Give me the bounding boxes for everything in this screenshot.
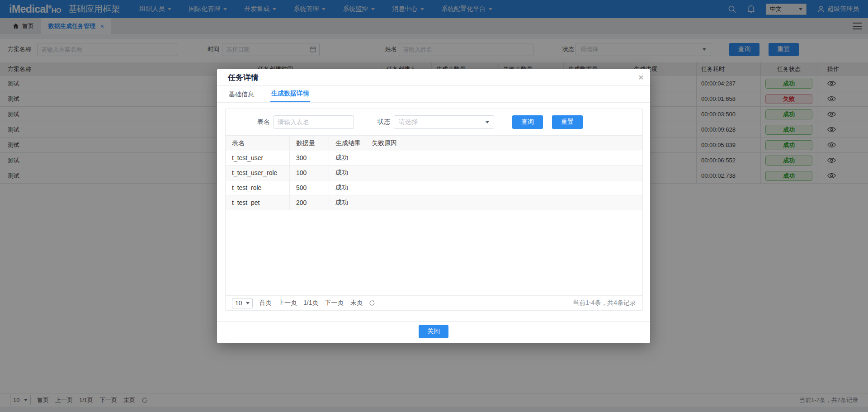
table-name-input[interactable] (274, 115, 354, 129)
table-row[interactable]: t_test_role 500 成功 (226, 180, 642, 195)
modal-filter-bar: 表名 状态 请选择 查询 重置 (226, 109, 642, 136)
next-page-link[interactable]: 下一页 (325, 299, 344, 307)
modal-search-button[interactable]: 查询 (512, 115, 543, 129)
generated-data-table: 表名 数据量 生成结果 失败原因 t_test_user 300 成功 t_te… (226, 136, 642, 210)
modal-status-select[interactable]: 请选择 (394, 115, 494, 129)
current-page: 1/1页 (303, 299, 318, 307)
modal-pagination: 10 首页 上一页 1/1页 下一页 末页 当前1-4条，共4条记录 (226, 295, 642, 310)
status-label: 状态 (377, 118, 390, 126)
modal-reset-button[interactable]: 重置 (552, 115, 583, 129)
modal-tabs: 基础信息 生成数据详情 (217, 86, 650, 103)
tab-basic-info[interactable]: 基础信息 (228, 87, 255, 102)
table-row[interactable]: t_test_user 300 成功 (226, 151, 642, 166)
page-size-select[interactable]: 10 (232, 298, 253, 308)
chevron-down-icon (486, 121, 489, 123)
modal-content-box: 表名 状态 请选择 查询 重置 表名 数据量 生成结果 失败原因 t_test_… (225, 109, 643, 311)
refresh-icon[interactable] (369, 300, 375, 306)
table-row[interactable]: t_test_pet 200 成功 (226, 195, 642, 210)
table-name-label: 表名 (257, 118, 270, 126)
modal-header: 任务详情 (217, 69, 650, 86)
record-summary: 当前1-4条，共4条记录 (573, 299, 636, 307)
prev-page-link[interactable]: 上一页 (278, 299, 297, 307)
table-header: 表名 数据量 生成结果 失败原因 (226, 136, 642, 151)
modal-footer: 关闭 (217, 321, 650, 322)
modal-title: 任务详情 (228, 72, 259, 83)
tab-generated-data-detail[interactable]: 生成数据详情 (270, 86, 310, 102)
task-detail-modal: 任务详情 × 基础信息 生成数据详情 表名 状态 请选择 查询 重置 表名 数据… (217, 69, 650, 343)
table-row[interactable]: t_test_user_role 100 成功 (226, 166, 642, 180)
first-page-link[interactable]: 首页 (259, 299, 272, 307)
modal-close-button[interactable]: 关闭 (419, 325, 448, 338)
chevron-down-icon (246, 302, 250, 304)
close-icon[interactable]: × (638, 72, 644, 83)
last-page-link[interactable]: 末页 (350, 299, 363, 307)
